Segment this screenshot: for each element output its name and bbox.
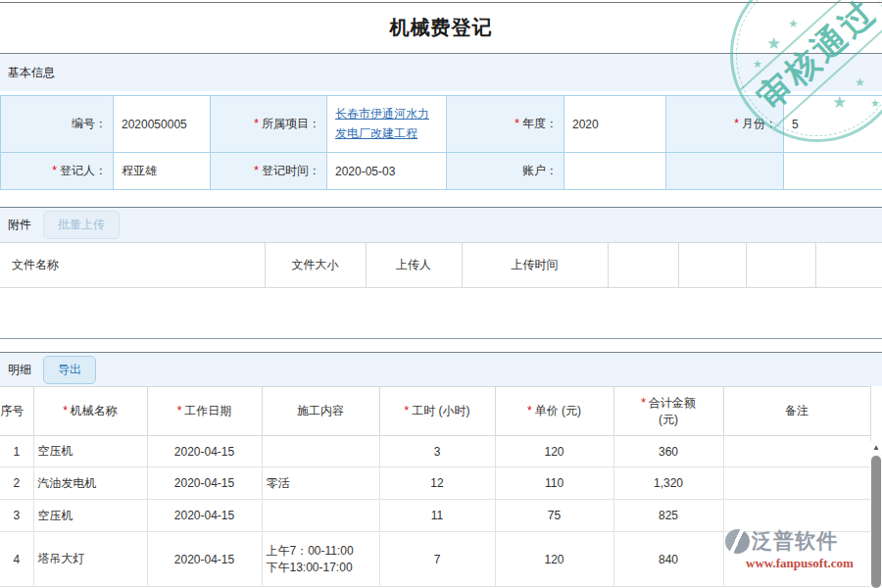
regtime-label-cell: *登记时间： — [211, 153, 327, 190]
year-label-cell: *年度： — [447, 96, 564, 153]
attachments-empty-area — [0, 288, 882, 339]
required-mark: * — [177, 404, 182, 417]
cell-content: 上午7：00-11:00 下午13:00-17:00 — [262, 532, 379, 587]
number-value: 2020050005 — [114, 96, 211, 153]
col-remark-label: 备注 — [785, 404, 808, 417]
project-label-cell: *所属项目： — [211, 96, 327, 153]
cell-remark — [723, 436, 870, 467]
cell-machine: 塔吊大灯 — [33, 532, 147, 587]
required-mark: * — [641, 396, 646, 410]
details-header: 明细 导出 — [0, 353, 882, 386]
col-index-label: 序号 — [0, 403, 24, 419]
required-mark: * — [527, 404, 532, 417]
star-icon: ★ — [753, 59, 762, 70]
attach-header-empty — [608, 243, 678, 288]
regtime-label: 登记时间： — [262, 164, 320, 177]
attach-header-empty — [746, 243, 815, 288]
details-header-row: 序号 *机械名称 *工作日期 施工内容 *工时 (小时) *单价 (元) *合计… — [0, 387, 870, 436]
attachments-title: 附件 — [8, 217, 31, 233]
account-value — [564, 153, 666, 190]
star-icon: ★ — [855, 76, 865, 88]
registrant-label-cell: *登记人： — [1, 153, 114, 190]
col-hours-label: 工时 (小时) — [412, 404, 469, 417]
project-value-cell: 长春市伊通河水力发电厂改建工程 — [327, 96, 447, 153]
attach-header-uploader: 上传人 — [366, 243, 462, 288]
cell-machine: 汽油发电机 — [33, 467, 147, 500]
col-price: *单价 (元) — [495, 387, 613, 436]
required-mark: * — [514, 117, 519, 130]
cell-hours: 7 — [379, 532, 495, 587]
cell-content — [262, 436, 379, 467]
export-button[interactable]: 导出 — [43, 356, 96, 384]
col-content: 施工内容 — [262, 387, 379, 436]
star-icon: ★ — [788, 18, 799, 29]
star-icon: ★ — [870, 98, 880, 109]
required-mark: * — [254, 117, 259, 130]
watermark-url: www.fanpusoft.com — [725, 556, 874, 571]
cell-content — [262, 500, 379, 532]
col-machine-label: 机械名称 — [71, 404, 118, 417]
attachments-section: 附件 批量上传 文件名称 文件大小 上传人 上传时间 — [0, 207, 882, 339]
cell-workdate: 2020-04-15 — [147, 436, 262, 467]
year-label: 年度： — [522, 117, 558, 130]
cell-total: 840 — [613, 532, 723, 587]
vendor-watermark: 泛普软件 www.fanpusoft.com — [725, 527, 874, 571]
col-hours: *工时 (小时) — [379, 387, 495, 436]
attach-header-empty — [678, 243, 746, 288]
basic-info-title: 基本信息 — [8, 65, 55, 81]
cell-price: 110 — [495, 467, 613, 500]
col-content-label: 施工内容 — [297, 404, 344, 417]
col-workdate: *工作日期 — [147, 387, 262, 436]
cell-total: 1,320 — [613, 467, 723, 500]
empty-value-cell — [784, 153, 882, 190]
col-total-label: 合计金额 (元) — [649, 396, 696, 426]
cell-price: 120 — [495, 532, 613, 587]
project-label: 所属项目： — [262, 117, 320, 130]
cell-index: 1 — [0, 436, 33, 467]
cell-workdate: 2020-04-15 — [147, 467, 262, 500]
cell-machine: 空压机 — [33, 436, 147, 467]
scroll-up-arrow-icon[interactable]: ▲ — [870, 441, 882, 455]
required-mark: * — [734, 117, 739, 130]
number-label-cell: 编号： — [1, 96, 114, 153]
attachments-header: 附件 批量上传 — [0, 208, 882, 242]
cell-index: 3 — [0, 500, 33, 532]
cell-hours: 3 — [379, 436, 495, 467]
attachments-table: 文件名称 文件大小 上传人 上传时间 — [0, 242, 882, 288]
attach-header-uploadtime: 上传时间 — [462, 243, 608, 288]
col-price-label: 单价 (元) — [535, 404, 581, 417]
col-workdate-label: 工作日期 — [184, 404, 231, 417]
table-row: 1 空压机 2020-04-15 3 120 360 — [0, 436, 870, 467]
cell-total: 360 — [613, 436, 723, 467]
cell-price: 120 — [495, 436, 613, 467]
cell-remark — [723, 467, 870, 500]
attach-header-filesize: 文件大小 — [265, 243, 366, 288]
attach-header-filename: 文件名称 — [0, 243, 265, 288]
number-label: 编号： — [72, 117, 107, 130]
col-machine: *机械名称 — [33, 387, 147, 436]
col-total: *合计金额 (元) — [613, 387, 723, 436]
registrant-value: 程亚雄 — [114, 153, 211, 190]
cell-workdate: 2020-04-15 — [147, 532, 262, 587]
watermark-brand: 泛普软件 — [752, 527, 838, 555]
star-icon: ★ — [832, 94, 847, 111]
cell-index: 4 — [0, 532, 33, 587]
required-mark: * — [63, 404, 68, 417]
account-label: 账户： — [522, 164, 558, 177]
empty-label-cell — [666, 153, 784, 190]
attach-header-empty — [815, 243, 882, 288]
cell-hours: 11 — [379, 500, 495, 532]
required-mark: * — [254, 164, 259, 177]
regtime-value: 2020-05-03 — [327, 153, 447, 190]
batch-upload-button[interactable]: 批量上传 — [43, 211, 120, 239]
col-remark: 备注 — [723, 387, 870, 436]
cell-workdate: 2020-04-15 — [147, 500, 262, 532]
registrant-label: 登记人： — [60, 164, 107, 177]
account-label-cell: 账户： — [447, 153, 564, 190]
project-link[interactable]: 长春市伊通河水力发电厂改建工程 — [335, 107, 429, 139]
required-mark: * — [405, 404, 410, 417]
fanpu-logo-icon — [725, 529, 750, 554]
year-value: 2020 — [564, 96, 666, 153]
cell-index: 2 — [0, 467, 33, 500]
cell-total: 825 — [613, 500, 723, 532]
